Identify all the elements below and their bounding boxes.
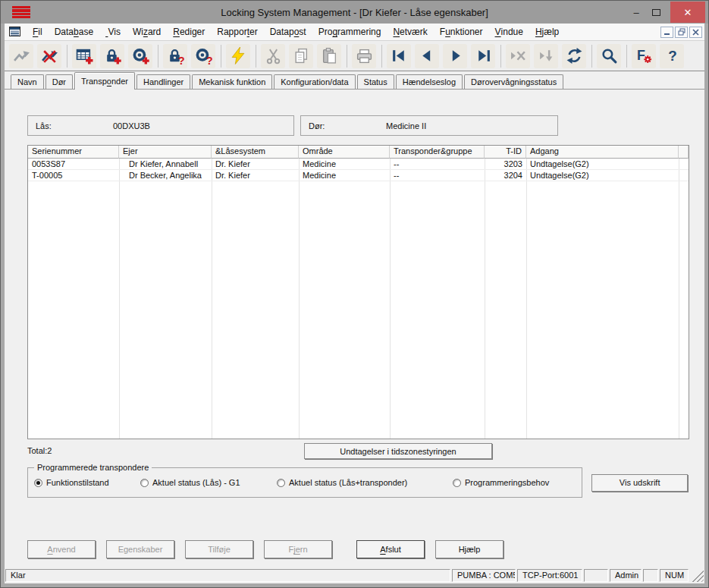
radio-aktuel-status-las-transponder[interactable]: Aktuel status (Lås+transponder): [277, 478, 407, 487]
tab-transponder[interactable]: Transponder: [74, 72, 135, 90]
status-user: Admin: [610, 569, 642, 582]
column-header-serienummer[interactable]: Serienummer: [28, 146, 119, 159]
transponder-table: Serienummer Ejer &Låsesystem Område Tran…: [27, 145, 689, 439]
menu-item-rediger[interactable]: Rediger: [167, 24, 211, 40]
column-header-ejer[interactable]: Ejer: [119, 146, 212, 159]
search-icon[interactable]: [597, 44, 621, 68]
column-header-omrade[interactable]: Område: [299, 146, 390, 159]
svg-text:?: ?: [668, 48, 676, 64]
mdi-minimize-button[interactable]: [660, 27, 673, 38]
status-num-lock: NUM: [660, 569, 689, 582]
cancel-record-icon[interactable]: [506, 44, 530, 68]
mdi-restore-button[interactable]: [675, 27, 688, 38]
status-empty-panel: [643, 569, 658, 582]
maximize-icon: [652, 9, 660, 16]
goto-record-icon[interactable]: [534, 44, 558, 68]
cut-icon[interactable]: [261, 44, 285, 68]
group-legend: Programmerede transpondere: [34, 463, 152, 472]
last-record-icon[interactable]: [471, 44, 495, 68]
timezone-exceptions-button[interactable]: Undtagelser i tidszonestyringen: [304, 443, 492, 459]
lock-field-label: Lås:: [28, 121, 113, 130]
new-lock-icon[interactable]: [100, 44, 124, 68]
status-bar: Klar PUMBA : COM5 TCP-Port:6001 Admin NU…: [5, 567, 704, 583]
radio-programmeringsbehov[interactable]: Programmeringsbehov: [453, 478, 549, 487]
program-icon[interactable]: [226, 44, 250, 68]
menu-item-wizard[interactable]: Wizard: [127, 24, 167, 40]
toolbar: ? ? F ?: [5, 41, 704, 71]
refresh-icon[interactable]: [562, 44, 586, 68]
door-field: Dør: Medicine II: [300, 115, 558, 136]
new-transponder-icon[interactable]: [128, 44, 152, 68]
minimize-button[interactable]: –: [626, 7, 646, 18]
previous-record-icon[interactable]: [415, 44, 439, 68]
table-row[interactable]: 0053S87 Dr Kiefer, Annabell Dr. Kiefer M…: [28, 159, 689, 170]
window-title: Locking System Management - [Dr Kiefer -…: [1, 7, 708, 18]
maximize-button[interactable]: [646, 9, 666, 16]
print-icon[interactable]: [352, 44, 376, 68]
tab-konfiguration-data[interactable]: Konfiguration/data: [274, 74, 355, 89]
first-record-icon[interactable]: [387, 44, 411, 68]
help-icon[interactable]: ?: [660, 44, 684, 68]
tab-dor[interactable]: Dør: [45, 74, 73, 89]
copy-icon[interactable]: [289, 44, 313, 68]
read-lock-icon[interactable]: ?: [163, 44, 187, 68]
table-row[interactable]: T-00005 Dr Becker, Angelika Dr. Kiefer M…: [28, 170, 689, 181]
total-count-label: Total:2: [27, 446, 52, 455]
tab-mekanisk-funktion[interactable]: Mekanisk funktion: [192, 74, 272, 89]
programmed-transponders-group: Programmerede transpondere Funktionstils…: [27, 467, 582, 498]
door-field-value: Medicine II: [386, 121, 426, 130]
svg-text:?: ?: [177, 55, 184, 64]
apply-button[interactable]: Anvend: [27, 540, 96, 558]
title-bar: Locking System Management - [Dr Kiefer -…: [1, 1, 708, 24]
remove-button[interactable]: Fjern: [264, 540, 332, 558]
disconnect-icon[interactable]: [37, 44, 61, 68]
column-header-tid[interactable]: T-ID: [485, 146, 526, 159]
new-locking-system-icon[interactable]: [72, 44, 96, 68]
resize-grip[interactable]: [692, 570, 704, 582]
paste-icon[interactable]: [317, 44, 341, 68]
table-header: Serienummer Ejer &Låsesystem Område Tran…: [28, 146, 689, 159]
menu-item-vindue[interactable]: Vindue: [489, 24, 529, 40]
menu-bar: Fil Database Vis Wizard Rediger Rapporte…: [5, 24, 704, 41]
menu-item-rapporter[interactable]: Rapporter: [211, 24, 263, 40]
tab-navn[interactable]: Navn: [11, 74, 44, 89]
tab-status[interactable]: Status: [357, 74, 394, 89]
close-button[interactable]: ✕: [670, 2, 705, 23]
menu-item-hjaelp[interactable]: Hjælp: [529, 24, 565, 40]
svg-text:F: F: [637, 48, 645, 63]
menu-item-funktioner[interactable]: Funktioner: [434, 24, 489, 40]
radio-control: [34, 479, 42, 487]
mdi-close-button[interactable]: [689, 27, 702, 38]
help-button[interactable]: Hjælp: [435, 540, 504, 558]
radio-funktionstilstand[interactable]: Funktionstilstand: [34, 478, 109, 487]
menu-item-database[interactable]: Database: [49, 24, 99, 40]
menu-item-netvaerk[interactable]: Netværk: [387, 24, 433, 40]
connect-icon[interactable]: [9, 44, 33, 68]
tab-strip: Navn Dør Transponder Handlinger Mekanisk…: [5, 71, 704, 90]
tab-handlinger[interactable]: Handlinger: [136, 74, 190, 89]
tab-dorovervagningsstatus[interactable]: Dørovervågningsstatus: [464, 74, 563, 89]
status-ready: Klar: [5, 569, 450, 582]
door-field-label: Dør:: [301, 121, 386, 130]
status-tcp-port: TCP-Port:6001: [517, 569, 582, 582]
add-button[interactable]: Tilføje: [185, 540, 253, 558]
functions-filter-icon[interactable]: F: [632, 44, 656, 68]
column-header-adgang[interactable]: Adgang: [526, 146, 679, 159]
radio-control: [277, 479, 285, 487]
menu-item-fil[interactable]: Fil: [27, 24, 49, 40]
radio-aktuel-status-las-g1[interactable]: Aktuel status (Lås) - G1: [140, 478, 240, 487]
column-header-lasesystem[interactable]: &Låsesystem: [212, 146, 299, 159]
tab-haendelseslog[interactable]: Hændelseslog: [396, 74, 463, 89]
read-transponder-icon[interactable]: ?: [191, 44, 215, 68]
menu-item-programmering[interactable]: Programmering: [312, 24, 387, 40]
document-icon: [9, 27, 21, 37]
menu-item-vis[interactable]: Vis: [99, 24, 127, 40]
exit-button[interactable]: Afslut: [356, 540, 425, 558]
status-empty-panel: [584, 569, 608, 582]
print-preview-button[interactable]: Vis udskrift: [591, 474, 688, 492]
menu-item-datapost[interactable]: Datapost: [264, 24, 312, 40]
svg-text:?: ?: [205, 55, 212, 64]
properties-button[interactable]: Egenskaber: [106, 540, 174, 558]
next-record-icon[interactable]: [443, 44, 467, 68]
column-header-transpondergruppe[interactable]: Transponder&gruppe: [390, 146, 485, 159]
